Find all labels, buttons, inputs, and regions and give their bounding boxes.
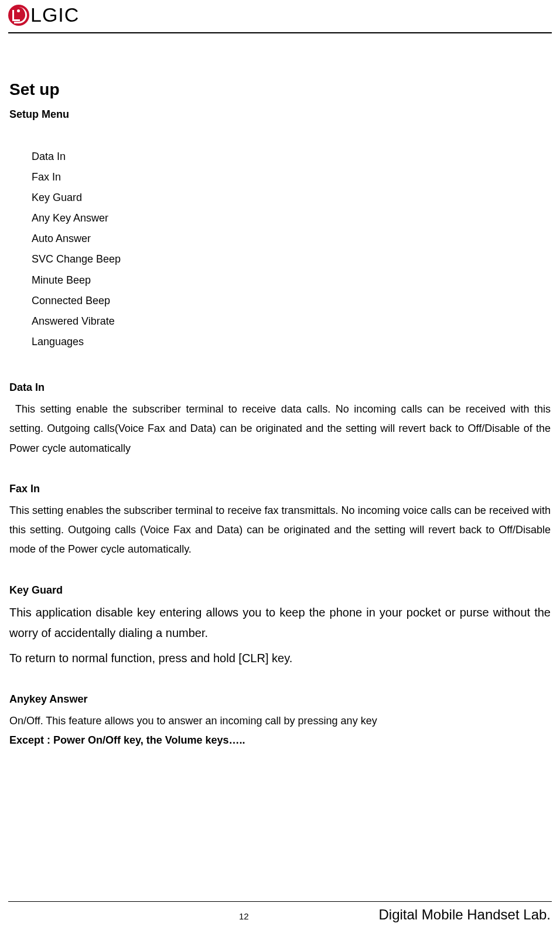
menu-item: Languages [32,332,551,352]
except-line: Except : Power On/Off key, the Volume ke… [9,734,551,747]
menu-item: Auto Answer [32,229,551,249]
footer-divider [8,901,552,902]
content: Set up Setup Menu Data In Fax In Key Gua… [0,33,560,747]
page-number: 12 [239,911,249,921]
section-heading-fax-in: Fax In [9,483,551,495]
section-body-anykey: On/Off. This feature allows you to answe… [9,711,551,731]
setup-menu-list: Data In Fax In Key Guard Any Key Answer … [9,146,551,352]
footer-lab-text: Digital Mobile Handset Lab. [379,907,551,923]
menu-item: Answered Vibrate [32,311,551,332]
menu-item: Fax In [32,167,551,188]
menu-item: Key Guard [32,188,551,208]
menu-item: Minute Beep [32,270,551,291]
section-body-key-guard-2: To return to normal function, press and … [9,648,551,669]
section-heading-data-in: Data In [9,381,551,394]
menu-item: Data In [32,146,551,167]
lg-logo-icon [8,5,29,26]
menu-item: Connected Beep [32,291,551,311]
menu-item: Any Key Answer [32,208,551,229]
footer: 12 Digital Mobile Handset Lab. [8,901,552,923]
section-heading-anykey: Anykey Answer [9,693,551,706]
section-body-data-in: This setting enable the subscriber termi… [9,400,551,458]
brand-text: LGIC [30,4,79,26]
subtitle: Setup Menu [9,108,551,121]
section-heading-key-guard: Key Guard [9,584,551,597]
section-body-fax-in: This setting enables the subscriber term… [9,501,551,560]
header: LGIC [0,0,560,32]
page-title: Set up [9,80,551,99]
menu-item: SVC Change Beep [32,249,551,270]
section-body-key-guard-1: This application disable key entering al… [9,602,551,643]
